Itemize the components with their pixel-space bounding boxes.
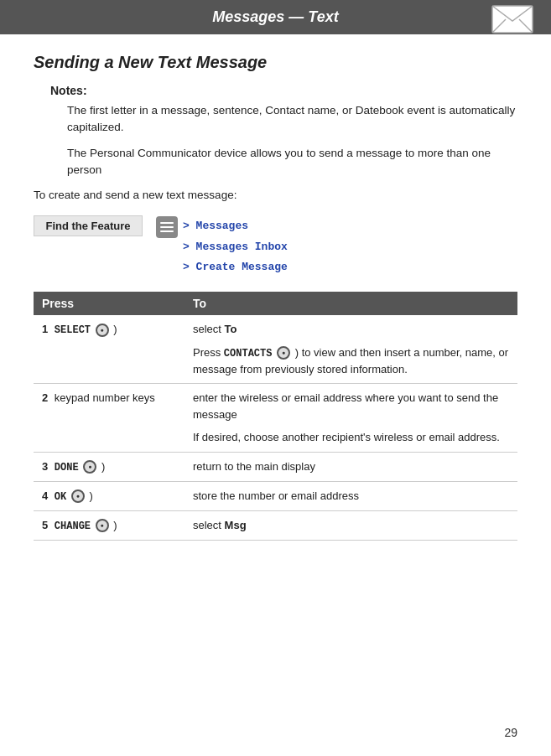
col-press: Press xyxy=(34,292,185,315)
circle-btn-5 xyxy=(96,519,109,532)
to-cell-2: enter the wireless or email address wher… xyxy=(185,384,517,453)
col-to: To xyxy=(185,292,517,315)
svg-rect-5 xyxy=(160,230,174,232)
to-cell-1: select To Press CONTACTS ) to view and t… xyxy=(185,315,517,384)
note-2: The Personal Communicator device allows … xyxy=(67,145,517,179)
menu-step-1: > Messages xyxy=(183,215,288,236)
press-cell-3: 3 DONE ) xyxy=(34,452,185,481)
to-cell-5: select Msg xyxy=(185,510,517,540)
mail-icon xyxy=(491,0,534,36)
circle-btn-2 xyxy=(277,346,290,360)
intro-text: To create and send a new text message: xyxy=(34,187,517,204)
table-row: 2 keypad number keys enter the wireless … xyxy=(34,384,517,453)
menu-step-3: > Create Message xyxy=(183,256,288,277)
circle-btn-4 xyxy=(71,489,85,503)
circle-btn-3 xyxy=(83,460,96,474)
page-header: Messages — Text xyxy=(0,0,551,34)
find-feature-label: Find the Feature xyxy=(34,215,143,236)
svg-rect-4 xyxy=(160,226,174,228)
table-row: 5 CHANGE ) select Msg xyxy=(34,510,517,540)
press-cell-4: 4 OK ) xyxy=(34,481,185,510)
find-feature-menu: > Messages > Messages Inbox > Create Mes… xyxy=(156,215,288,277)
press-cell-2: 2 keypad number keys xyxy=(34,384,185,453)
menu-steps: > Messages > Messages Inbox > Create Mes… xyxy=(183,215,288,277)
notes-label: Notes: xyxy=(50,84,517,97)
section-title: Sending a New Text Message xyxy=(34,53,517,72)
svg-rect-3 xyxy=(160,222,174,224)
press-table: Press To 1 SELECT ) select To Press CONT… xyxy=(34,292,517,541)
to-cell-3: return to the main display xyxy=(185,452,517,481)
find-feature-block: Find the Feature > Messages > Messages I… xyxy=(34,215,517,277)
press-cell-1: 1 SELECT ) xyxy=(34,315,185,384)
table-row: 1 SELECT ) select To Press CONTACTS ) to… xyxy=(34,315,517,384)
table-row: 4 OK ) store the number or email address xyxy=(34,481,517,510)
menu-step-2: > Messages Inbox xyxy=(183,236,288,256)
table-row: 3 DONE ) return to the main display xyxy=(34,452,517,481)
page-number: 29 xyxy=(504,726,517,739)
to-cell-4: store the number or email address xyxy=(185,481,517,510)
press-cell-5: 5 CHANGE ) xyxy=(34,510,185,540)
circle-btn xyxy=(96,324,109,337)
menu-icon xyxy=(156,216,178,238)
header-title: Messages — Text xyxy=(212,8,338,25)
main-content: Sending a New Text Message Notes: The fi… xyxy=(0,34,551,574)
note-1: The first letter in a message, sentence,… xyxy=(67,102,517,137)
table-header-row: Press To xyxy=(34,292,517,315)
